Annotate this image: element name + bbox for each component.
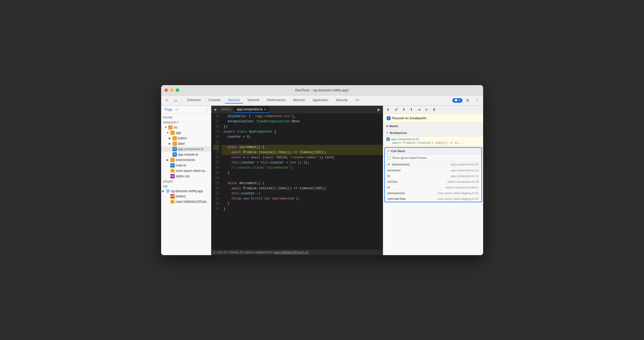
call-stack-item[interactable]: increment app.component.ts:21 (385, 168, 482, 173)
list-item[interactable]: JS main.fa8bfa0e23f1eb... (161, 199, 211, 204)
list-item[interactable]: ▶ environments (161, 157, 211, 163)
expand-icon: ▶ (169, 142, 173, 145)
tab-console[interactable]: Console (205, 97, 224, 104)
frame-file: zone-async-stack-tagging.ts:32 (437, 191, 479, 195)
expand-icon: ▶ (169, 137, 173, 140)
sidebar-more-button[interactable]: >> (175, 108, 179, 111)
tab-elements[interactable]: Elements (184, 97, 204, 104)
expand-icon: ▶ (162, 190, 166, 193)
list-item[interactable]: ▼ app (161, 130, 211, 136)
source-map-link[interactable]: main.fa8bfa0e23f1eb71.js (274, 251, 308, 254)
sidebar-tab-page[interactable]: Page (163, 107, 174, 112)
tab-memory[interactable]: Memory (290, 97, 308, 104)
frame-name: (anonymous) (392, 163, 409, 166)
close-tab-icon[interactable]: ✕ (264, 108, 266, 111)
minimize-button[interactable] (170, 88, 174, 92)
tab-sources[interactable]: Sources (225, 97, 243, 104)
breakpoint-info: i Paused on breakpoint (383, 114, 483, 123)
code-content: 16 17 18 19 20 21 22 23 24 25 26 27 28 2… (211, 114, 383, 249)
list-item[interactable]: webpack:// (161, 120, 211, 125)
list-item[interactable]: HTM (index) (161, 194, 211, 199)
code-tabs: ◀ (index) app.component.ts ✕ ▶ (211, 106, 383, 114)
code-editor-area: ◀ (index) app.component.ts ✕ ▶ 16 17 (211, 106, 383, 255)
cursor-position: Line 22, Column 19 (217, 251, 243, 254)
tab-security[interactable]: Security (333, 97, 351, 104)
right-panel: ⏵ ↺ ⬇ ⬆ ⇥ ⊘ ⏸ i Paused on breakpoint ▶ W… (383, 106, 483, 255)
device-icon[interactable]: ▭ (172, 97, 180, 104)
list-item[interactable]: ▶ button (161, 136, 211, 141)
code-editor[interactable]: 16 17 18 19 20 21 22 23 24 25 26 27 28 2… (211, 114, 383, 249)
tab-more[interactable]: >> (352, 97, 362, 104)
call-stack-item[interactable]: i0 app.component.ts:13 (385, 173, 482, 179)
close-button[interactable] (164, 88, 168, 92)
tab-app-component[interactable]: app.component.ts ✕ (234, 106, 269, 113)
step-button[interactable]: ⇥ (416, 106, 422, 113)
pause-on-exceptions-button[interactable]: ⏸ (431, 106, 437, 113)
call-stack-section: ▼ Call Stack Show ignore-listed frames ➤… (384, 147, 482, 202)
step-out-button[interactable]: ⬆ (408, 106, 415, 113)
call-stack-item[interactable]: onInvokeTask zone-async-stack-tagging.ts… (385, 196, 482, 202)
step-over-button[interactable]: ↺ (393, 106, 399, 113)
tab-performance[interactable]: Performance (264, 97, 289, 104)
step-into-button[interactable]: ⬇ (401, 106, 407, 113)
list-item[interactable]: ▶ label (161, 141, 211, 146)
list-item[interactable]: TS app.module.ts (161, 152, 211, 157)
show-ignored-checkbox[interactable] (388, 156, 391, 159)
settings-icon[interactable]: ⚙ (464, 97, 472, 104)
expand-icon: ▶ (167, 158, 170, 161)
cursor-icon[interactable]: ↖ (163, 97, 171, 104)
list-item[interactable]: ployed (161, 179, 211, 184)
list-item[interactable]: TS app.component.ts (161, 146, 211, 152)
tab-label: app.component.ts (237, 107, 262, 111)
frame-name: i0 (388, 186, 390, 189)
tab-index[interactable]: (index) (219, 106, 234, 113)
call-stack-header[interactable]: ▼ Call Stack (385, 148, 482, 155)
breakpoints-list: app.component.ts:22 await Promise.resolv… (383, 136, 483, 146)
frame-file: app.component.ts:13 (451, 174, 479, 178)
call-stack-item[interactable]: onClick button.component.ts:18 (385, 179, 482, 185)
watch-section-header[interactable]: ▶ Watch (383, 123, 483, 130)
list-item[interactable]: CSS styles.css (161, 174, 211, 179)
more-icon[interactable]: ⋮ (473, 97, 481, 104)
list-item[interactable]: TS main.ts (161, 163, 211, 168)
ts-file-icon: TS (173, 152, 177, 157)
source-map-info: (source mapped from main.fa8bfa0e23f1eb7… (244, 251, 309, 254)
deactivate-breakpoints-button[interactable]: ⊘ (423, 106, 430, 113)
format-button[interactable]: {} (213, 251, 215, 254)
frame-file: app.component.ts:21 (451, 169, 479, 172)
tab-network[interactable]: Network (244, 97, 263, 104)
list-item[interactable]: thored (161, 115, 211, 120)
frame-file: button.component.html:1 (446, 186, 479, 189)
frame-name: onClick (388, 180, 397, 183)
chevron-right-icon: ▶ (386, 125, 388, 127)
expand-icon: ▼ (167, 131, 170, 134)
sidebar-menu-icon[interactable]: ⋮ (204, 107, 209, 112)
play-button[interactable]: ▶ (375, 106, 383, 113)
notification-badge[interactable]: 💬 1 (452, 98, 462, 103)
right-panel-content: i Paused on breakpoint ▶ Watch ▼ Breakpo… (383, 114, 483, 255)
list-item[interactable]: JS zone-async-stack-ta... (161, 168, 211, 174)
list-item[interactable]: ▶ 🌐 ng-devtools.netlify.app (161, 189, 211, 194)
frame-file: app.component.ts:22 (451, 163, 479, 166)
status-bar: {} Line 22, Column 19 (source mapped fro… (211, 249, 383, 255)
maximize-button[interactable] (176, 88, 179, 92)
call-stack-label: Call Stack (391, 149, 405, 153)
call-stack-item[interactable]: ➤ (anonymous) app.component.ts:22 (385, 161, 482, 168)
call-stack-item[interactable]: i0 button.component.html:1 (385, 185, 482, 190)
frame-name: onInvokeTask (388, 197, 406, 200)
chat-icon: 💬 (454, 99, 458, 102)
title-bar: DevTools - ng-devtools.netlify.app/ (161, 85, 483, 95)
breakpoint-status: Paused on breakpoint (392, 116, 426, 120)
breakpoint-item[interactable]: app.component.ts:22 await Promise.resolv… (383, 136, 483, 146)
prev-tab-button[interactable]: ◀ (211, 106, 219, 113)
list-item[interactable]: ▼ src (161, 125, 211, 130)
separator (182, 98, 182, 103)
css-file-icon: CSS (170, 174, 175, 178)
list-item[interactable]: top (161, 184, 211, 189)
breakpoints-section-header[interactable]: ▼ Breakpoints (383, 130, 483, 136)
resume-button[interactable]: ⏵ (385, 106, 392, 113)
code-lines: styleUrls: ['./app.component.css'], enca… (222, 114, 383, 249)
tab-application[interactable]: Application (309, 97, 332, 104)
breakpoint-checkbox[interactable] (386, 137, 390, 141)
call-stack-item[interactable]: (anonymous) zone-async-stack-tagging.ts:… (385, 190, 482, 196)
